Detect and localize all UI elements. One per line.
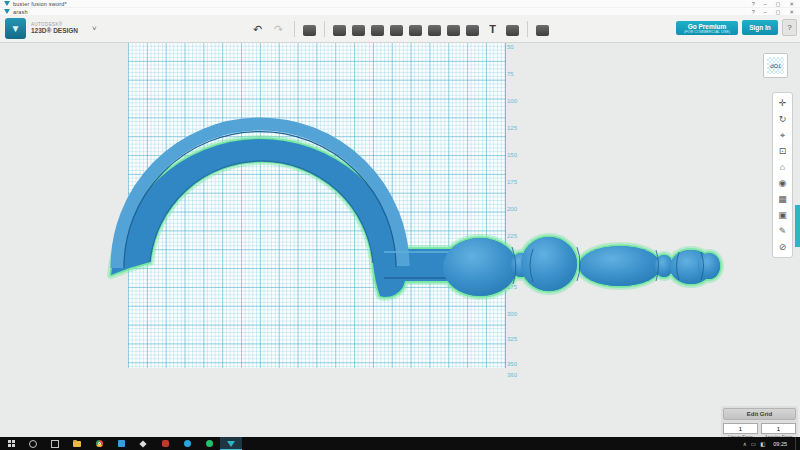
tray-network-icon[interactable]: ▭ bbox=[751, 441, 756, 447]
window-title-row[interactable]: arash ? – ◻ ✕ bbox=[0, 8, 800, 16]
help-button[interactable]: ? bbox=[782, 19, 797, 36]
windows-taskbar: ∧ ▭ ◧ 09:25 bbox=[0, 437, 800, 450]
view-cube-label: TOP bbox=[770, 63, 781, 69]
grid-toggle-tool[interactable]: ▦ bbox=[774, 191, 791, 207]
measure-tool[interactable] bbox=[466, 25, 479, 36]
ruler-label: 350 bbox=[507, 361, 517, 367]
separator[interactable] bbox=[527, 21, 528, 37]
restore-icon[interactable]: ◻ bbox=[776, 1, 781, 7]
whatsapp-icon[interactable] bbox=[198, 437, 220, 450]
ruler-label: 200 bbox=[507, 206, 517, 212]
pattern-tool[interactable] bbox=[409, 25, 422, 36]
app-triangle-icon bbox=[4, 9, 10, 14]
redo-button[interactable]: ↷ bbox=[271, 22, 286, 37]
separator[interactable] bbox=[294, 21, 295, 37]
restore-icon[interactable]: ◻ bbox=[776, 9, 781, 15]
123d-design-taskbar-icon[interactable] bbox=[220, 437, 242, 450]
linear-snap-input[interactable] bbox=[723, 423, 758, 434]
minimize-icon[interactable]: – bbox=[764, 9, 767, 15]
help-icon[interactable]: ? bbox=[752, 1, 755, 7]
material-edit-tool[interactable]: ✎ bbox=[774, 223, 791, 239]
show-desktop-button[interactable] bbox=[795, 437, 798, 450]
ruler-label: 75 bbox=[507, 71, 514, 77]
viewport-canvas[interactable]: 5075100125150175200225250275300325350360 bbox=[0, 42, 800, 437]
sketch-tool[interactable] bbox=[352, 25, 365, 36]
separator[interactable] bbox=[324, 21, 325, 37]
ruler-label: 50 bbox=[507, 44, 514, 50]
visibility-eye-tool[interactable]: ◉ bbox=[774, 175, 791, 191]
navigation-toolbar: ✛↻⌖⊡⌂◉▦▣✎⊘ bbox=[772, 92, 793, 258]
tray-volume-icon[interactable]: ◧ bbox=[760, 441, 765, 447]
system-tray: ∧ ▭ ◧ 09:25 bbox=[743, 437, 798, 450]
text-tool[interactable]: T bbox=[485, 22, 500, 37]
transform-tool[interactable] bbox=[303, 25, 316, 36]
pan-tool[interactable]: ✛ bbox=[774, 95, 791, 111]
123d-design-taskbar-icon bbox=[227, 441, 235, 447]
app-triangle-icon bbox=[4, 1, 10, 6]
home-view-tool[interactable]: ⌂ bbox=[774, 159, 791, 175]
app-icon-white bbox=[139, 440, 146, 447]
ruler-label: 225 bbox=[507, 233, 517, 239]
sign-in-button[interactable]: Sign In bbox=[742, 20, 778, 35]
file-explorer-icon[interactable] bbox=[66, 437, 88, 450]
chrome-icon bbox=[96, 440, 103, 447]
ruler-label: 100 bbox=[507, 98, 517, 104]
file-explorer-icon bbox=[73, 441, 81, 447]
app-toolbar: ▼ AUTODESK® 123D® DESIGN ˅ ↶↷T Go Premiu… bbox=[0, 16, 800, 43]
app-icon-white[interactable] bbox=[132, 437, 154, 450]
chevron-down-icon[interactable]: ˅ bbox=[92, 24, 97, 33]
window-title: buster fusion sword* bbox=[13, 1, 752, 7]
go-premium-button[interactable]: Go Premium (FOR COMMERCIAL USE) bbox=[676, 21, 738, 35]
close-icon[interactable]: ✕ bbox=[789, 1, 794, 7]
fit-view-tool[interactable]: ⊡ bbox=[774, 143, 791, 159]
brand-product: 123D® DESIGN bbox=[31, 28, 78, 35]
construct-tool[interactable] bbox=[371, 25, 384, 36]
hide-solid-tool[interactable]: ⊘ bbox=[774, 239, 791, 255]
combine-tool[interactable] bbox=[447, 25, 460, 36]
edit-grid-button[interactable]: Edit Grid bbox=[723, 408, 796, 420]
app-icon-red bbox=[162, 440, 169, 447]
tool-strip: ↶↷T bbox=[250, 19, 549, 39]
primitives-tool[interactable] bbox=[333, 25, 346, 36]
ruler-label: 275 bbox=[507, 284, 517, 290]
window-title-row[interactable]: buster fusion sword* ? – ◻ ✕ bbox=[0, 0, 800, 8]
photos-app-icon[interactable] bbox=[110, 437, 132, 450]
ruler-label: 360 bbox=[507, 372, 517, 378]
brand-menu[interactable]: ▼ AUTODESK® 123D® DESIGN ˅ bbox=[5, 18, 97, 39]
start-button bbox=[8, 440, 15, 447]
undo-button[interactable]: ↶ bbox=[250, 22, 265, 37]
scrollbar-thumb[interactable] bbox=[795, 205, 800, 247]
tray-expand-icon[interactable]: ∧ bbox=[743, 441, 747, 447]
minimize-icon[interactable]: – bbox=[764, 1, 767, 7]
task-view-button bbox=[51, 440, 59, 448]
ruler-label: 150 bbox=[507, 152, 517, 158]
whatsapp-icon bbox=[206, 440, 213, 447]
grouping-tool[interactable] bbox=[428, 25, 441, 36]
help-icon[interactable]: ? bbox=[752, 9, 755, 15]
start-button[interactable] bbox=[0, 437, 22, 450]
taskbar-clock[interactable]: 09:25 bbox=[773, 441, 787, 447]
snap-tool[interactable] bbox=[506, 25, 519, 36]
sketch-grid bbox=[128, 42, 506, 368]
close-icon[interactable]: ✕ bbox=[789, 9, 794, 15]
view-cube[interactable]: TOP bbox=[763, 53, 788, 78]
task-view-button[interactable] bbox=[44, 437, 66, 450]
snapshot-camera-tool[interactable]: ▣ bbox=[774, 207, 791, 223]
123d-logo-icon: ▼ bbox=[5, 18, 26, 39]
app-icon-red[interactable] bbox=[154, 437, 176, 450]
zoom-tool[interactable]: ⌖ bbox=[774, 127, 791, 143]
angular-snap-input[interactable] bbox=[761, 423, 796, 434]
ruler-label: 300 bbox=[507, 311, 517, 317]
chrome-icon[interactable] bbox=[88, 437, 110, 450]
ruler-label: 250 bbox=[507, 260, 517, 266]
orbit-tool[interactable]: ↻ bbox=[774, 111, 791, 127]
ruler-label: 325 bbox=[507, 336, 517, 342]
skype-icon[interactable] bbox=[176, 437, 198, 450]
ruler-label: 175 bbox=[507, 179, 517, 185]
search-button[interactable] bbox=[22, 437, 44, 450]
material-tool[interactable] bbox=[536, 25, 549, 36]
edit-grid-panel: Edit Grid Linear Snap Angular Snap bbox=[721, 406, 798, 437]
modify-tool[interactable] bbox=[390, 25, 403, 36]
skype-icon bbox=[184, 440, 191, 447]
ruler-label: 125 bbox=[507, 125, 517, 131]
